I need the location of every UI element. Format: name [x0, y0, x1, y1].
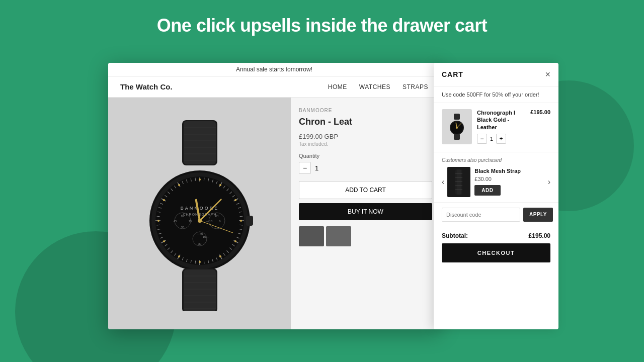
- upsell-add-button[interactable]: ADD: [474, 185, 500, 196]
- upsell-section-title: Customers also purchased: [442, 157, 550, 163]
- subtotal-label: Subtotal:: [442, 232, 468, 239]
- quantity-label: Quantity: [299, 153, 432, 159]
- store-logo: The Watch Co.: [120, 82, 173, 91]
- add-to-cart-button[interactable]: ADD TO CART: [299, 181, 432, 199]
- thumb-1[interactable]: [299, 226, 324, 246]
- discount-input[interactable]: [442, 208, 520, 222]
- cart-qty-increase[interactable]: +: [496, 134, 506, 144]
- svg-point-75: [240, 220, 242, 222]
- cart-drawer: CART × Use code 500FF for 50% off your o…: [434, 63, 558, 329]
- svg-line-26: [239, 216, 243, 217]
- store-nav: The Watch Co. HOME WATCHES STRAPS: [108, 76, 440, 98]
- upsell-carousel: ‹ Black Mesh Strap: [442, 167, 550, 197]
- upsell-section: Customers also purchased ‹: [434, 152, 558, 202]
- svg-line-56: [156, 225, 159, 225]
- subtotal-row: Subtotal: £195.00: [434, 227, 558, 243]
- nav-straps[interactable]: STRAPS: [403, 83, 428, 90]
- store-main: BANMOORE CHRONOGRAPH 60 45 15 30 24 —18 …: [108, 98, 440, 329]
- svg-text:—18: —18: [206, 220, 212, 223]
- product-price: £199.00 GBP: [299, 133, 432, 140]
- svg-line-28: [239, 225, 243, 225]
- cart-header: CART ×: [434, 63, 558, 86]
- cart-item-name: Chronograph I Black Gold - Leather: [477, 109, 525, 131]
- svg-rect-111: [454, 114, 460, 120]
- upsell-item-price: £30.00: [474, 176, 544, 182]
- svg-line-41: [204, 261, 204, 264]
- svg-rect-11: [246, 216, 253, 226]
- carousel-prev-button[interactable]: ‹: [442, 177, 444, 187]
- cart-item-image: [442, 109, 472, 144]
- thumbnail-row: [299, 226, 432, 246]
- upsell-item-name: Black Mesh Strap: [474, 168, 544, 174]
- cart-item: Chronograph I Black Gold - Leather − 1 +…: [434, 103, 558, 152]
- upsell-item-info: Black Mesh Strap £30.00 ADD: [474, 168, 544, 196]
- watch-image: BANMOORE CHRONOGRAPH 60 45 15 30 24 —18 …: [129, 120, 270, 311]
- svg-rect-117: [454, 134, 460, 140]
- svg-line-58: [156, 216, 159, 217]
- subtotal-price: £195.00: [529, 232, 550, 239]
- svg-line-43: [195, 261, 196, 264]
- hero-title: One click upsells inside the drawer cart: [0, 15, 644, 36]
- store-window: Annual sale starts tomorrow! The Watch C…: [108, 63, 440, 329]
- nav-home[interactable]: HOME: [328, 83, 347, 90]
- svg-line-71: [195, 177, 196, 180]
- cart-item-price: £195.00: [530, 109, 550, 115]
- cart-item-qty-control: − 1 +: [477, 134, 525, 144]
- cart-promo-text: Use code 500FF for 50% off your order!: [434, 86, 558, 103]
- product-brand: BANMOORE: [299, 108, 432, 113]
- svg-text:15—: 15—: [202, 235, 209, 238]
- svg-text:24: 24: [215, 214, 218, 217]
- cart-title: CART: [442, 70, 463, 78]
- svg-text:45: 45: [173, 220, 177, 223]
- cart-qty-decrease[interactable]: −: [477, 134, 487, 144]
- carousel-next-button[interactable]: ›: [548, 177, 550, 187]
- product-title: Chron - Leat: [299, 116, 432, 128]
- buy-now-button[interactable]: BUY IT NOW: [299, 203, 432, 220]
- upsell-item: Black Mesh Strap £30.00 ADD: [447, 167, 544, 197]
- svg-rect-104: [184, 269, 216, 311]
- thumb-2[interactable]: [326, 226, 351, 246]
- svg-text:30: 30: [198, 242, 201, 245]
- checkout-button[interactable]: CHECKOUT: [442, 243, 550, 262]
- svg-point-81: [157, 220, 159, 222]
- upsell-item-image: [447, 167, 470, 197]
- cart-item-qty-value: 1: [490, 136, 493, 142]
- svg-point-116: [456, 127, 458, 129]
- product-info: BANMOORE Chron - Leat £199.00 GBP Tax in…: [291, 98, 440, 329]
- svg-point-78: [199, 261, 201, 263]
- quantity-control: − 1: [299, 162, 432, 174]
- apply-discount-button[interactable]: APPLY: [523, 208, 553, 222]
- qty-value: 1: [315, 164, 318, 172]
- cart-close-button[interactable]: ×: [545, 70, 550, 79]
- svg-line-13: [204, 177, 204, 180]
- product-image-area: BANMOORE CHRONOGRAPH 60 45 15 30 24 —18 …: [108, 98, 291, 329]
- tax-note: Tax included.: [299, 141, 432, 147]
- discount-section: APPLY: [434, 202, 558, 227]
- cart-item-details: Chronograph I Black Gold - Leather − 1 +: [477, 109, 525, 146]
- announcement-bar: Annual sale starts tomorrow!: [108, 63, 440, 76]
- svg-text:60: 60: [181, 214, 184, 217]
- nav-watches[interactable]: WATCHES: [359, 83, 390, 90]
- svg-point-72: [199, 178, 201, 180]
- svg-point-102: [198, 219, 202, 223]
- svg-text:30: 30: [181, 226, 184, 229]
- qty-decrease-btn[interactable]: −: [299, 162, 311, 174]
- svg-text:15: 15: [188, 220, 192, 223]
- svg-rect-119: [455, 169, 462, 195]
